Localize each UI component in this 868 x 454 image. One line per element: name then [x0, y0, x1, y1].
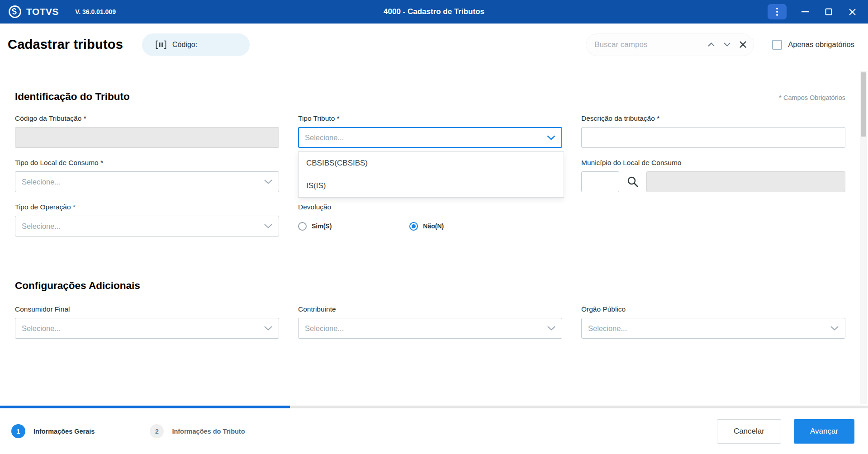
minimize-button[interactable] — [800, 7, 810, 17]
vertical-scrollbar[interactable] — [860, 71, 867, 404]
chevron-down-icon — [264, 180, 272, 184]
kebab-menu-button[interactable] — [768, 4, 787, 19]
chevron-down-icon — [830, 326, 839, 331]
radio-sim-label: Sim(S) — [312, 222, 332, 230]
orgao-publico-select[interactable]: Selecione... — [581, 318, 845, 339]
step-1-circle[interactable]: 1 — [11, 424, 25, 438]
form-scroll-area: Identificação do Tributo * Campos Obriga… — [0, 66, 857, 406]
section-title-identificacao: Identificação do Tributo — [15, 91, 130, 103]
step-informacoes-gerais[interactable]: 1 Informações Gerais — [11, 424, 95, 438]
consumidor-final-select[interactable]: Selecione... — [15, 318, 279, 339]
step-informacoes-do-tributo[interactable]: 2 Informações do Tributo — [150, 424, 245, 438]
brand-name: TOTVS — [26, 6, 59, 17]
barcode-icon — [156, 40, 166, 49]
dropdown-option-is[interactable]: IS(IS) — [299, 175, 564, 197]
radio-icon[interactable] — [298, 222, 307, 231]
app-version: V. 36.0.01.009 — [75, 8, 116, 15]
chevron-down-icon — [264, 224, 272, 228]
radio-selected-icon[interactable] — [409, 222, 418, 231]
window-controls — [768, 4, 868, 19]
descricao-label: Descrição da tributação * — [581, 114, 845, 123]
radio-sim[interactable]: Sim(S) — [298, 222, 332, 231]
dropdown-option-cbsibs[interactable]: CBSIBS(CBSIBS) — [299, 152, 564, 175]
close-button[interactable] — [847, 7, 857, 17]
only-required-label: Apenas obrigatórios — [788, 40, 854, 49]
devolucao-radio-group: Sim(S) Não(N) — [298, 216, 562, 236]
search-prev-button[interactable] — [708, 43, 715, 47]
required-fields-note: * Campos Obrigatórios — [779, 94, 845, 101]
window-title: 4000 - Cadastro de Tributos — [0, 7, 868, 16]
consumidor-final-placeholder: Selecione... — [22, 324, 61, 333]
contribuinte-placeholder: Selecione... — [305, 324, 344, 333]
orgao-publico-placeholder: Selecione... — [588, 324, 627, 333]
chevron-down-icon — [264, 326, 272, 331]
codigo-label: Código: — [172, 41, 197, 49]
cancel-button[interactable]: Cancelar — [717, 419, 781, 444]
descricao-input[interactable] — [581, 127, 845, 148]
orgao-publico-label: Órgão Público — [581, 305, 845, 313]
step-2-circle[interactable]: 2 — [150, 424, 164, 438]
magnifier-icon[interactable] — [626, 175, 639, 188]
tipo-operacao-placeholder: Selecione... — [22, 222, 61, 231]
chevron-down-icon — [547, 326, 555, 331]
step-2-label: Informações do Tributo — [172, 428, 245, 435]
tipo-local-label: Tipo do Local de Consumo * — [15, 159, 279, 167]
radio-nao-label: Não(N) — [423, 222, 444, 230]
scrollbar-thumb[interactable] — [861, 72, 866, 137]
tipo-local-select[interactable]: Selecione... — [15, 171, 279, 192]
codigo-badge: Código: — [142, 33, 250, 56]
checkbox-icon[interactable] — [772, 40, 782, 50]
contribuinte-label: Contribuinte — [298, 305, 562, 313]
field-search-bar — [586, 33, 754, 56]
municipio-name-input — [646, 171, 845, 192]
titlebar: TOTVS V. 36.0.01.009 4000 - Cadastro de … — [0, 0, 868, 24]
totvs-logo-icon — [8, 5, 22, 19]
tipo-tributo-label: Tipo Tributo * — [298, 114, 562, 123]
tipo-operacao-label: Tipo de Operação * — [15, 203, 279, 211]
tipo-local-placeholder: Selecione... — [22, 178, 61, 186]
radio-nao[interactable]: Não(N) — [409, 222, 444, 231]
codigo-tributacao-label: Código da Tributação * — [15, 114, 279, 123]
contribuinte-select[interactable]: Selecione... — [298, 318, 562, 339]
municipio-code-input[interactable] — [581, 171, 619, 192]
devolucao-label: Devolução — [298, 203, 562, 211]
search-next-button[interactable] — [724, 43, 730, 47]
tipo-operacao-select[interactable]: Selecione... — [15, 216, 279, 236]
tipo-tributo-select[interactable]: Selecione... — [298, 127, 562, 148]
wizard-footer: 1 Informações Gerais 2 Informações do Tr… — [0, 408, 868, 454]
search-input[interactable] — [593, 40, 699, 50]
step-1-label: Informações Gerais — [33, 428, 95, 435]
page-title: Cadastrar tributos — [8, 37, 123, 52]
section-title-configuracoes: Configurações Adicionais — [15, 280, 140, 292]
chevron-down-icon — [547, 135, 555, 140]
only-required-checkbox[interactable]: Apenas obrigatórios — [772, 40, 854, 50]
page-header: Cadastrar tributos Código: Apenas obriga… — [0, 24, 868, 66]
brand: TOTVS V. 36.0.01.009 — [0, 5, 116, 19]
tipo-tributo-placeholder: Selecione... — [305, 133, 344, 142]
maximize-button[interactable] — [824, 7, 834, 17]
search-clear-button[interactable] — [740, 41, 746, 48]
tipo-tributo-dropdown: CBSIBS(CBSIBS) IS(IS) — [298, 151, 564, 198]
municipio-label: Município do Local de Consumo — [581, 159, 845, 167]
consumidor-final-label: Consumidor Final — [15, 305, 279, 313]
next-button[interactable]: Avançar — [794, 419, 854, 444]
codigo-tributacao-input — [15, 127, 279, 148]
